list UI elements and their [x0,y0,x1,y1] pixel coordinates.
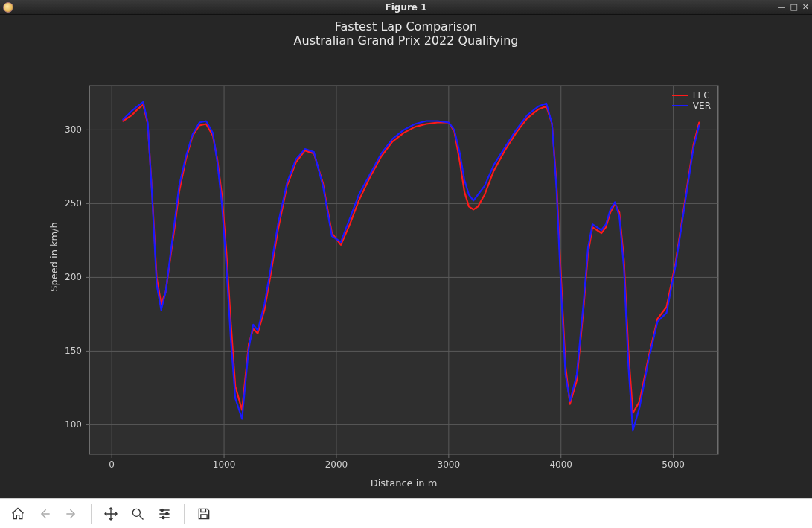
home-button[interactable] [6,502,30,526]
legend-label-lec: LEC [693,90,710,101]
matplotlib-toolbar [0,498,812,528]
pan-button[interactable] [99,502,123,526]
legend-swatch-ver [672,105,688,106]
minimize-button[interactable]: — [777,2,785,12]
home-icon [10,506,25,521]
forward-button[interactable] [60,502,83,526]
svg-point-26 [162,516,164,518]
legend-label-ver: VER [693,101,711,111]
back-button[interactable] [33,502,57,526]
svg-point-23 [132,509,140,516]
sliders-icon [157,506,172,521]
series-lec [123,105,699,413]
app-icon [3,2,13,13]
save-button[interactable] [192,502,216,526]
svg-point-24 [161,509,163,511]
arrow-right-icon [64,506,79,521]
chart-title: Fastest Lap Comparison [0,15,812,34]
x-tick-label: 5000 [662,459,685,470]
x-tick-label: 0 [109,459,115,470]
y-tick-label: 200 [65,272,82,282]
svg-point-25 [166,512,168,515]
configure-subplots-button[interactable] [153,502,176,526]
legend-item-ver: VER [672,101,711,111]
close-button[interactable]: ✕ [802,2,809,12]
y-tick-label: 100 [65,419,82,430]
window-titlebar: Figure 1 — □ ✕ [0,0,812,15]
axes-area[interactable]: 010002000300040005000100150200250300 LEC… [89,86,718,454]
y-axis-label: Speed in km/h [48,222,60,292]
save-icon [196,506,211,521]
y-tick-label: 300 [65,124,82,135]
window-title: Figure 1 [0,2,812,13]
legend-item-lec: LEC [672,90,711,101]
y-tick-label: 250 [65,198,82,209]
maximize-button[interactable]: □ [790,2,797,12]
x-tick-label: 2000 [325,459,348,470]
toolbar-separator [91,504,92,524]
legend-swatch-lec [672,95,688,96]
legend: LEC VER [669,89,714,112]
y-tick-label: 150 [65,346,82,356]
figure-canvas[interactable]: Fastest Lap Comparison Australian Grand … [0,15,812,498]
move-icon [103,506,118,521]
plot-svg: 010002000300040005000100150200250300 [89,86,718,454]
chart-subtitle: Australian Grand Prix 2022 Qualifying [0,34,812,48]
x-tick-label: 4000 [549,459,572,470]
x-tick-label: 3000 [438,459,461,470]
series-ver [123,102,699,431]
search-icon [130,506,145,521]
x-tick-label: 1000 [213,459,236,470]
arrow-left-icon [37,506,52,521]
zoom-button[interactable] [126,502,150,526]
toolbar-separator [184,504,185,524]
x-axis-label: Distance in m [89,477,718,489]
